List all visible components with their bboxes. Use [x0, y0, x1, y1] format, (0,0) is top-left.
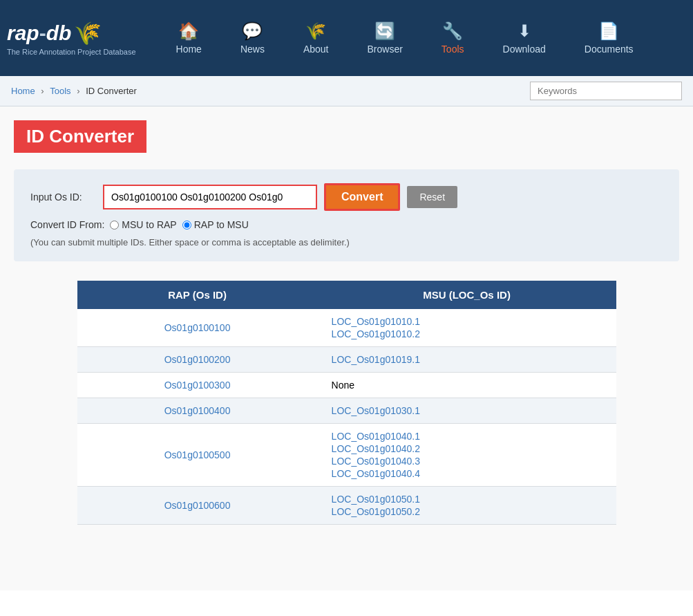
- msu-id-link[interactable]: LOC_Os01g01030.1: [332, 405, 602, 416]
- download-icon: ⬇: [518, 21, 531, 41]
- logo-text: rap: [7, 21, 39, 45]
- breadcrumb-tools[interactable]: Tools: [50, 86, 70, 96]
- search-input[interactable]: [530, 82, 682, 100]
- radio-rap-to-msu-label: RAP to MSU: [194, 219, 249, 230]
- breadcrumb-sep2: ›: [77, 86, 82, 96]
- radio-rap-to-msu-input[interactable]: [182, 221, 191, 230]
- page-title: ID Converter: [26, 126, 134, 147]
- table-row: Os01g0100400LOC_Os01g01030.1: [77, 398, 616, 424]
- nav-label-documents: Documents: [585, 44, 634, 55]
- nav-item-download[interactable]: ⬇ Download: [484, 15, 565, 62]
- wheat-icon: 🌾: [74, 20, 102, 46]
- nav-item-tools[interactable]: 🔧 Tools: [422, 15, 484, 62]
- about-icon: 🌾: [305, 21, 326, 41]
- form-panel: Input Os ID: Convert Reset Convert ID Fr…: [14, 169, 679, 261]
- nav-label-browser: Browser: [367, 44, 402, 55]
- col-msu-header: MSU (LOC_Os ID): [318, 281, 616, 309]
- main-nav: 🏠 Home 💬 News 🌾 About 🔄 Browser 🔧 Tools …: [157, 15, 686, 62]
- col-rap-header: RAP (Os ID): [77, 281, 318, 309]
- rap-id-link[interactable]: Os01g0100600: [164, 500, 231, 511]
- nav-label-news: News: [240, 44, 265, 55]
- radio-msu-to-rap-input[interactable]: [110, 221, 119, 230]
- table-row: Os01g0100600LOC_Os01g01050.1LOC_Os01g010…: [77, 487, 616, 525]
- radio-label: Convert ID From:: [30, 219, 104, 230]
- table-row: Os01g0100300None: [77, 373, 616, 398]
- documents-icon: 📄: [598, 21, 619, 41]
- msu-links-cell: None: [332, 380, 602, 391]
- convert-button[interactable]: Convert: [324, 183, 400, 211]
- main-content: ID Converter Input Os ID: Convert Reset …: [0, 106, 693, 590]
- msu-links-cell: LOC_Os01g01030.1: [332, 405, 602, 416]
- results-table: RAP (Os ID) MSU (LOC_Os ID) Os01g0100100…: [77, 281, 616, 525]
- msu-links-cell: LOC_Os01g01040.1LOC_Os01g01040.2LOC_Os01…: [332, 431, 602, 479]
- rap-id-link[interactable]: Os01g0100100: [164, 322, 231, 333]
- logo-area: rap - db 🌾 The Rice Annotation Project D…: [7, 20, 136, 56]
- msu-none: None: [332, 380, 602, 391]
- table-header-row: RAP (Os ID) MSU (LOC_Os ID): [77, 281, 616, 309]
- reset-button[interactable]: Reset: [407, 186, 457, 208]
- msu-id-link[interactable]: LOC_Os01g01040.1: [332, 431, 602, 442]
- table-row: Os01g0100100LOC_Os01g01010.1LOC_Os01g010…: [77, 309, 616, 347]
- id-input[interactable]: [103, 185, 317, 209]
- msu-id-link[interactable]: LOC_Os01g01040.3: [332, 456, 602, 467]
- breadcrumb-sep1: ›: [41, 86, 46, 96]
- msu-id-link[interactable]: LOC_Os01g01010.2: [332, 328, 602, 339]
- site-header: rap - db 🌾 The Rice Annotation Project D…: [0, 0, 693, 76]
- radio-row: Convert ID From: MSU to RAP RAP to MSU: [30, 219, 663, 230]
- msu-id-link[interactable]: LOC_Os01g01019.1: [332, 354, 602, 365]
- breadcrumb-search-row: Home › Tools › ID Converter: [0, 76, 693, 106]
- msu-id-link[interactable]: LOC_Os01g01050.2: [332, 506, 602, 517]
- hint-text: (You can submit multiple IDs. Either spa…: [30, 237, 663, 248]
- table-row: Os01g0100500LOC_Os01g01040.1LOC_Os01g010…: [77, 424, 616, 487]
- msu-links-cell: LOC_Os01g01050.1LOC_Os01g01050.2: [332, 494, 602, 517]
- msu-id-link[interactable]: LOC_Os01g01040.2: [332, 443, 602, 454]
- breadcrumb-current: ID Converter: [86, 86, 137, 96]
- rap-id-link[interactable]: Os01g0100200: [164, 354, 231, 365]
- nav-item-documents[interactable]: 📄 Documents: [565, 15, 653, 62]
- logo-db: db: [46, 21, 72, 45]
- radio-msu-to-rap-label: MSU to RAP: [122, 219, 176, 230]
- news-icon: 💬: [242, 21, 263, 41]
- home-icon: 🏠: [178, 21, 199, 41]
- input-row: Input Os ID: Convert Reset: [30, 183, 663, 211]
- radio-rap-to-msu[interactable]: RAP to MSU: [182, 219, 249, 230]
- nav-label-home: Home: [176, 44, 202, 55]
- tools-icon: 🔧: [442, 21, 463, 41]
- nav-label-about: About: [303, 44, 329, 55]
- msu-id-link[interactable]: LOC_Os01g01010.1: [332, 316, 602, 327]
- input-label: Input Os ID:: [30, 192, 96, 203]
- nav-item-browser[interactable]: 🔄 Browser: [348, 15, 421, 62]
- msu-links-cell: LOC_Os01g01010.1LOC_Os01g01010.2: [332, 316, 602, 339]
- msu-links-cell: LOC_Os01g01019.1: [332, 354, 602, 365]
- nav-item-news[interactable]: 💬 News: [221, 15, 284, 62]
- browser-icon: 🔄: [374, 21, 395, 41]
- table-row: Os01g0100200LOC_Os01g01019.1: [77, 347, 616, 373]
- rap-id-link[interactable]: Os01g0100500: [164, 449, 231, 460]
- msu-id-link[interactable]: LOC_Os01g01050.1: [332, 494, 602, 505]
- rap-id-link[interactable]: Os01g0100300: [164, 380, 231, 391]
- page-title-box: ID Converter: [14, 120, 146, 153]
- rap-id-link[interactable]: Os01g0100400: [164, 405, 231, 416]
- radio-msu-to-rap[interactable]: MSU to RAP: [110, 219, 176, 230]
- nav-label-tools: Tools: [442, 44, 464, 55]
- nav-label-download: Download: [503, 44, 546, 55]
- logo-subtitle: The Rice Annotation Project Database: [7, 48, 136, 56]
- nav-item-home[interactable]: 🏠 Home: [157, 15, 221, 62]
- results-table-wrapper: RAP (Os ID) MSU (LOC_Os ID) Os01g0100100…: [77, 281, 616, 525]
- nav-item-about[interactable]: 🌾 About: [284, 15, 348, 62]
- msu-id-link[interactable]: LOC_Os01g01040.4: [332, 468, 602, 479]
- breadcrumb-home[interactable]: Home: [11, 86, 35, 96]
- breadcrumb: Home › Tools › ID Converter: [11, 86, 530, 96]
